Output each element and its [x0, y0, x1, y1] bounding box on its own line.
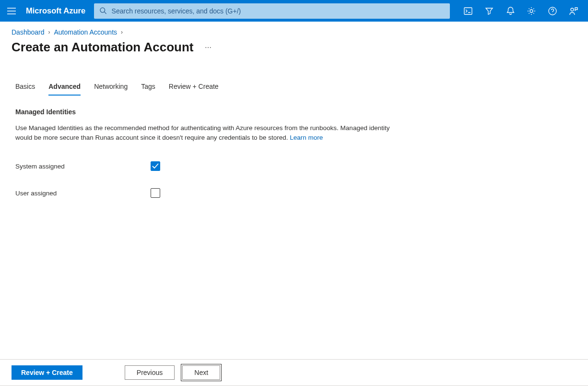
field-system-assigned: System assigned	[15, 161, 407, 171]
label-system-assigned: System assigned	[15, 163, 151, 170]
tabs: Basics Advanced Networking Tags Review +…	[0, 55, 588, 96]
menu-button[interactable]	[0, 0, 23, 22]
breadcrumb: Dashboard › Automation Accounts ›	[0, 22, 588, 36]
notifications-button[interactable]	[500, 0, 521, 22]
top-bar: Microsoft Azure	[0, 0, 588, 22]
svg-point-2	[530, 10, 533, 12]
filter-icon	[485, 7, 494, 15]
help-icon	[548, 7, 557, 15]
tab-networking[interactable]: Networking	[94, 83, 128, 96]
search-wrap	[94, 0, 450, 22]
checkbox-system-assigned[interactable]	[151, 161, 160, 171]
search-input[interactable]	[111, 7, 444, 15]
description-text: Use Managed Identities as the recommende…	[15, 124, 389, 141]
label-user-assigned: User assigned	[15, 190, 151, 197]
tab-advanced[interactable]: Advanced	[48, 83, 81, 96]
previous-button[interactable]: Previous	[125, 365, 175, 380]
tab-review-create[interactable]: Review + Create	[169, 83, 219, 96]
svg-point-4	[571, 8, 574, 11]
page-title: Create an Automation Account	[12, 40, 193, 55]
svg-point-3	[549, 7, 556, 15]
review-create-button[interactable]: Review + Create	[12, 365, 82, 380]
svg-rect-1	[464, 8, 472, 14]
tab-tags[interactable]: Tags	[141, 83, 155, 96]
bell-icon	[506, 7, 515, 15]
cloud-shell-button[interactable]	[458, 0, 479, 22]
help-button[interactable]	[542, 0, 563, 22]
footer: Review + Create Previous Next	[0, 359, 588, 386]
gear-icon	[527, 7, 536, 15]
section-description: Use Managed Identities as the recommende…	[15, 123, 407, 142]
brand-label: Microsoft Azure	[23, 6, 94, 15]
learn-more-link[interactable]: Learn more	[290, 134, 323, 141]
person-feedback-icon	[569, 7, 578, 15]
chevron-right-icon: ›	[121, 29, 123, 36]
more-actions-button[interactable]: ⋯	[205, 44, 212, 51]
next-button[interactable]: Next	[182, 365, 220, 380]
page-title-row: Create an Automation Account ⋯	[0, 36, 588, 55]
field-user-assigned: User assigned	[15, 188, 407, 198]
chevron-right-icon: ›	[48, 29, 50, 36]
top-icons	[450, 0, 588, 22]
hamburger-icon	[7, 8, 16, 14]
cloud-shell-icon	[464, 7, 472, 15]
section-heading-managed-identities: Managed Identities	[15, 108, 407, 116]
breadcrumb-link-automation-accounts[interactable]: Automation Accounts	[54, 28, 118, 36]
feedback-button[interactable]	[563, 0, 584, 22]
svg-point-0	[100, 8, 105, 12]
breadcrumb-link-dashboard[interactable]: Dashboard	[12, 28, 45, 36]
nav-button-group: Previous Next	[125, 365, 220, 380]
directory-filter-button[interactable]	[479, 0, 500, 22]
tab-basics[interactable]: Basics	[15, 83, 35, 96]
checkbox-user-assigned[interactable]	[151, 188, 160, 198]
search-box[interactable]	[94, 3, 450, 19]
settings-button[interactable]	[521, 0, 542, 22]
check-icon	[152, 163, 159, 169]
content: Managed Identities Use Managed Identitie…	[0, 96, 422, 198]
search-icon	[100, 7, 107, 14]
